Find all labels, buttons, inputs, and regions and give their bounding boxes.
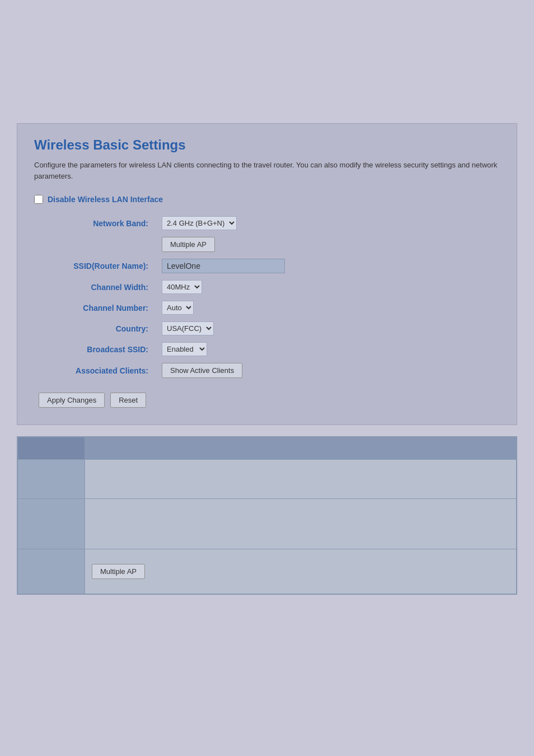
bottom-row-1 — [18, 437, 517, 460]
channel-number-row: Channel Number: Auto 1234 5678 91011 — [34, 297, 500, 318]
channel-width-label: Channel Width: — [34, 277, 157, 297]
country-select[interactable]: USA(FCC) Europe Japan — [162, 321, 214, 335]
bottom-cell-4-2: Multiple AP — [85, 549, 517, 594]
bottom-table-section: Multiple AP — [17, 436, 517, 595]
channel-number-label: Channel Number: — [34, 297, 157, 318]
ssid-row: SSID(Router Name): — [34, 255, 500, 277]
broadcast-ssid-label: Broadcast SSID: — [34, 339, 157, 360]
bottom-row-3 — [18, 499, 517, 549]
disable-wireless-row: Disable Wireless LAN Interface — [34, 195, 500, 204]
bottom-cell-2-2 — [85, 460, 517, 499]
action-buttons: Apply Changes Reset — [34, 393, 500, 408]
network-band-row: Network Band: 2.4 GHz (B+G+N) 5 GHz (A+N… — [34, 213, 500, 234]
broadcast-ssid-select[interactable]: Enabled Disabled — [162, 342, 207, 356]
multiple-ap-button[interactable]: Multiple AP — [162, 237, 215, 252]
ssid-input[interactable] — [162, 259, 285, 273]
bottom-cell-3-1 — [18, 499, 85, 549]
apply-changes-button[interactable]: Apply Changes — [39, 393, 105, 408]
multiple-ap-row: Multiple AP — [34, 234, 500, 255]
reset-button[interactable]: Reset — [110, 393, 146, 408]
disable-wireless-checkbox[interactable] — [34, 195, 43, 204]
country-row: Country: USA(FCC) Europe Japan — [34, 318, 500, 339]
associated-clients-label: Associated Clients: — [34, 360, 157, 381]
main-panel: Wireless Basic Settings Configure the pa… — [17, 123, 517, 425]
ssid-label: SSID(Router Name): — [34, 255, 157, 277]
associated-clients-row: Associated Clients: Show Active Clients — [34, 360, 500, 381]
disable-wireless-label: Disable Wireless LAN Interface — [48, 195, 163, 204]
network-band-select[interactable]: 2.4 GHz (B+G+N) 5 GHz (A+N) 2.4 GHz (B+G… — [162, 216, 237, 230]
bottom-cell-1-1 — [18, 437, 85, 460]
channel-width-select[interactable]: 20MHz 40MHz — [162, 280, 202, 294]
bottom-cell-2-1 — [18, 460, 85, 499]
bottom-row-4: Multiple AP — [18, 549, 517, 594]
bottom-cell-4-1 — [18, 549, 85, 594]
bottom-row-2 — [18, 460, 517, 499]
broadcast-ssid-row: Broadcast SSID: Enabled Disabled — [34, 339, 500, 360]
channel-width-row: Channel Width: 20MHz 40MHz — [34, 277, 500, 297]
description: Configure the parameters for wireless LA… — [34, 160, 500, 181]
bottom-table: Multiple AP — [17, 437, 517, 594]
bottom-cell-3-2 — [85, 499, 517, 549]
settings-table: Network Band: 2.4 GHz (B+G+N) 5 GHz (A+N… — [34, 213, 500, 381]
show-active-clients-button[interactable]: Show Active Clients — [162, 363, 242, 378]
network-band-label: Network Band: — [34, 213, 157, 234]
page-title: Wireless Basic Settings — [34, 137, 500, 153]
bottom-cell-1-2 — [85, 437, 517, 460]
country-label: Country: — [34, 318, 157, 339]
channel-number-select[interactable]: Auto 1234 5678 91011 — [162, 301, 194, 315]
bottom-multiple-ap-button[interactable]: Multiple AP — [92, 564, 145, 579]
